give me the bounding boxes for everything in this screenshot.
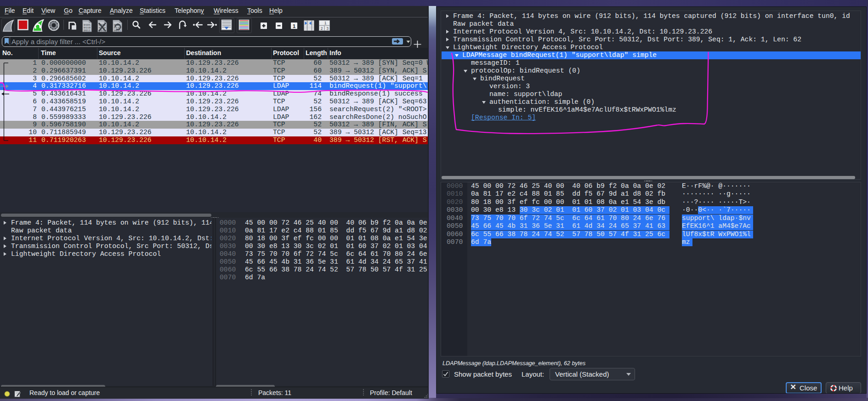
svg-text:1: 1 bbox=[293, 23, 295, 29]
svg-text:1: 1 bbox=[324, 21, 327, 25]
svg-text:3: 3 bbox=[326, 26, 329, 31]
svg-text:0011: 0011 bbox=[84, 29, 91, 32]
svg-text:2: 2 bbox=[321, 26, 323, 31]
